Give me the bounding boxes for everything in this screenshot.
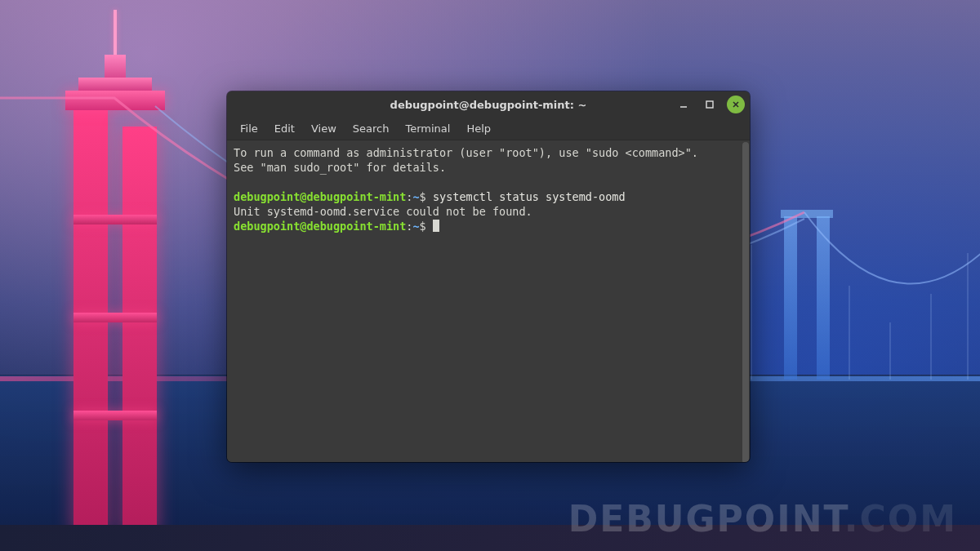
- menu-edit[interactable]: Edit: [268, 120, 301, 137]
- watermark-light: .COM: [844, 498, 957, 540]
- window-controls: [675, 91, 745, 118]
- window-title: debugpoint@debugpoint-mint: ~: [227, 99, 750, 111]
- terminal-output-line: Unit systemd-oomd.service could not be f…: [234, 205, 532, 218]
- terminal-output-area[interactable]: To run a command as administrator (user …: [227, 140, 742, 462]
- terminal-scrollbar[interactable]: [742, 140, 750, 462]
- window-menubar: File Edit View Search Terminal Help: [227, 118, 750, 140]
- bridge-tower-crossbeam: [74, 215, 157, 224]
- bridge-far-tower: [781, 210, 833, 218]
- prompt-path: ~: [412, 190, 419, 203]
- bridge-tower-tip: [105, 55, 126, 78]
- prompt-dollar: $: [420, 220, 426, 233]
- menu-search[interactable]: Search: [346, 120, 396, 137]
- watermark-dark: DEBUGPOINT: [568, 498, 844, 540]
- maximize-icon: [705, 100, 715, 109]
- bridge-tower-antenna: [114, 10, 117, 55]
- terminal-cursor: [433, 220, 439, 232]
- terminal-command: [426, 220, 433, 233]
- minimize-icon: [679, 100, 688, 109]
- bridge-tower-crossbeam: [74, 411, 157, 420]
- bridge-tower-crossbeam: [74, 313, 157, 322]
- prompt-dollar: $: [420, 190, 426, 203]
- bridge-tower-right-leg: [122, 127, 157, 535]
- bridge-tower-cap: [65, 91, 165, 110]
- maximize-button[interactable]: [701, 96, 719, 113]
- window-titlebar[interactable]: debugpoint@debugpoint-mint: ~: [227, 91, 750, 118]
- bridge-tower-cap: [78, 78, 152, 91]
- menu-file[interactable]: File: [234, 120, 265, 137]
- terminal-motd-line: See "man sudo_root" for details.: [234, 161, 446, 174]
- prompt-userhost: debugpoint@debugpoint-mint: [234, 220, 406, 233]
- menu-help[interactable]: Help: [460, 120, 497, 137]
- terminal-command: systemctl status systemd-oomd: [426, 190, 626, 203]
- bridge-far-tower: [817, 216, 830, 380]
- bridge-far-tower: [784, 216, 797, 380]
- minimize-button[interactable]: [675, 96, 693, 113]
- svg-rect-16: [706, 101, 713, 108]
- watermark-text: DEBUGPOINT.COM: [568, 498, 957, 540]
- terminal-motd-line: To run a command as administrator (user …: [234, 146, 698, 159]
- terminal-window: debugpoint@debugpoint-mint: ~ File Edit …: [227, 91, 750, 462]
- menu-terminal[interactable]: Terminal: [399, 120, 457, 137]
- scrollbar-thumb[interactable]: [742, 142, 749, 462]
- menu-view[interactable]: View: [305, 120, 343, 137]
- close-icon: [732, 100, 740, 109]
- prompt-userhost: debugpoint@debugpoint-mint: [234, 190, 406, 203]
- prompt-path: ~: [412, 220, 419, 233]
- terminal-body: To run a command as administrator (user …: [227, 140, 750, 462]
- close-button[interactable]: [727, 96, 745, 113]
